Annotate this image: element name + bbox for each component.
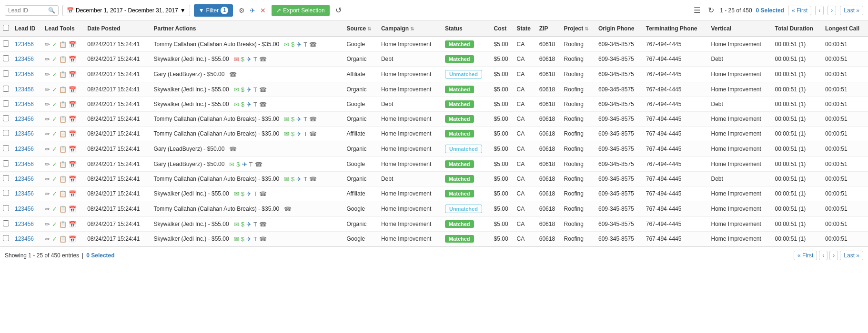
calendar-icon[interactable]: 📅 bbox=[69, 161, 76, 168]
lead-id-cell[interactable]: 123456 bbox=[12, 217, 42, 232]
send-icon[interactable]: ✈ bbox=[246, 190, 252, 197]
lead-id-cell[interactable]: 123456 bbox=[12, 127, 42, 141]
edit-icon[interactable]: ✏ bbox=[45, 235, 50, 243]
search-icon[interactable]: 🔍 bbox=[48, 7, 55, 14]
dollar-icon[interactable]: $ bbox=[241, 235, 244, 243]
row-checkbox[interactable] bbox=[3, 70, 9, 77]
edit-icon[interactable]: ✏ bbox=[45, 221, 50, 228]
phone-icon[interactable]: ☎ bbox=[259, 221, 267, 228]
copy-icon[interactable]: 📋 bbox=[59, 161, 67, 168]
lead-id-cell[interactable]: 123456 bbox=[12, 186, 42, 201]
lead-id-cell[interactable]: 123456 bbox=[12, 172, 42, 186]
lead-id-cell[interactable]: 123456 bbox=[12, 37, 42, 52]
calendar-icon[interactable]: 📅 bbox=[69, 176, 76, 183]
col-campaign[interactable]: Campaign bbox=[378, 21, 442, 37]
pipe-icon[interactable]: T bbox=[303, 116, 307, 123]
prev-page-button[interactable]: ‹ bbox=[815, 6, 824, 15]
last-page-button[interactable]: Last » bbox=[840, 6, 863, 15]
copy-icon[interactable]: 📋 bbox=[59, 41, 67, 48]
close-icon[interactable]: ✕ bbox=[258, 5, 268, 16]
check-icon[interactable]: ✓ bbox=[52, 221, 57, 228]
phone-icon[interactable]: ☎ bbox=[229, 146, 237, 153]
copy-icon[interactable]: 📋 bbox=[59, 206, 67, 213]
dollar-icon[interactable]: $ bbox=[291, 116, 294, 123]
calendar-icon[interactable]: 📅 bbox=[69, 130, 76, 137]
pipe-icon[interactable]: T bbox=[253, 221, 257, 228]
row-checkbox[interactable] bbox=[3, 220, 9, 226]
dollar-icon[interactable]: $ bbox=[236, 161, 240, 168]
dollar-icon[interactable]: $ bbox=[241, 190, 244, 197]
email-icon[interactable]: ✉ bbox=[234, 221, 239, 228]
pipe-icon[interactable]: T bbox=[253, 101, 257, 108]
footer-first-button[interactable]: « First bbox=[794, 251, 817, 260]
check-icon[interactable]: ✓ bbox=[52, 146, 57, 153]
lead-id-cell[interactable]: 123456 bbox=[12, 157, 42, 172]
pipe-icon[interactable]: T bbox=[303, 176, 307, 183]
send-icon[interactable]: ✈ bbox=[242, 161, 247, 168]
calendar-icon[interactable]: 📅 bbox=[69, 190, 76, 197]
edit-icon[interactable]: ✏ bbox=[45, 130, 50, 137]
edit-icon[interactable]: ✏ bbox=[45, 190, 50, 197]
send-icon[interactable]: ✈ bbox=[246, 235, 252, 243]
reset-icon[interactable]: ↺ bbox=[333, 4, 343, 17]
check-icon[interactable]: ✓ bbox=[52, 130, 57, 137]
edit-icon[interactable]: ✏ bbox=[45, 41, 50, 48]
lead-id-cell[interactable]: 123456 bbox=[12, 201, 42, 217]
email-icon[interactable]: ✉ bbox=[234, 101, 239, 108]
calendar-icon[interactable]: 📅 bbox=[69, 116, 76, 123]
calendar-icon[interactable]: 📅 bbox=[69, 56, 76, 63]
dollar-icon[interactable]: $ bbox=[241, 86, 244, 93]
email-icon[interactable]: ✉ bbox=[234, 235, 239, 243]
phone-icon[interactable]: ☎ bbox=[259, 56, 267, 63]
search-input[interactable] bbox=[8, 7, 46, 14]
send-icon[interactable]: ✈ bbox=[296, 41, 302, 48]
row-checkbox[interactable] bbox=[3, 130, 9, 136]
phone-icon[interactable]: ☎ bbox=[259, 235, 267, 243]
edit-icon[interactable]: ✏ bbox=[45, 71, 50, 78]
dollar-icon[interactable]: $ bbox=[241, 221, 244, 228]
lead-id-cell[interactable]: 123456 bbox=[12, 141, 42, 157]
copy-icon[interactable]: 📋 bbox=[59, 56, 67, 63]
copy-icon[interactable]: 📋 bbox=[59, 86, 67, 93]
next-page-button[interactable]: › bbox=[828, 6, 836, 15]
send-icon[interactable]: ✈ bbox=[246, 101, 252, 108]
date-range-button[interactable]: 📅 December 1, 2017 - December 31, 2017 ▼ bbox=[62, 5, 190, 16]
row-checkbox[interactable] bbox=[3, 235, 9, 241]
edit-icon[interactable]: ✏ bbox=[45, 116, 50, 123]
col-lead-id[interactable]: Lead ID bbox=[12, 21, 42, 37]
calendar-icon[interactable]: 📅 bbox=[69, 235, 76, 243]
pipe-icon[interactable]: T bbox=[253, 190, 257, 197]
check-icon[interactable]: ✓ bbox=[52, 101, 57, 108]
edit-icon[interactable]: ✏ bbox=[45, 206, 50, 213]
pipe-icon[interactable]: T bbox=[303, 130, 307, 137]
copy-icon[interactable]: 📋 bbox=[59, 116, 67, 123]
refresh-icon[interactable]: ↻ bbox=[706, 4, 716, 17]
row-checkbox[interactable] bbox=[3, 40, 9, 47]
pipe-icon[interactable]: T bbox=[303, 41, 307, 48]
dollar-icon[interactable]: $ bbox=[241, 56, 244, 63]
row-checkbox[interactable] bbox=[3, 115, 9, 121]
calendar-icon[interactable]: 📅 bbox=[69, 221, 76, 228]
footer-prev-button[interactable]: ‹ bbox=[819, 251, 828, 260]
lead-id-cell[interactable]: 123456 bbox=[12, 82, 42, 97]
filter-button[interactable]: ▼ Filter 1 bbox=[194, 4, 233, 17]
dollar-icon[interactable]: $ bbox=[291, 130, 294, 137]
edit-icon[interactable]: ✏ bbox=[45, 176, 50, 183]
lead-id-cell[interactable]: 123456 bbox=[12, 97, 42, 112]
copy-icon[interactable]: 📋 bbox=[59, 101, 67, 108]
row-checkbox[interactable] bbox=[3, 55, 9, 61]
calendar-icon[interactable]: 📅 bbox=[69, 86, 76, 93]
email-icon[interactable]: ✉ bbox=[234, 56, 239, 63]
footer-next-button[interactable]: › bbox=[829, 251, 838, 260]
send-icon[interactable]: ✈ bbox=[296, 130, 302, 137]
settings-icon[interactable]: ⚙ bbox=[237, 5, 247, 16]
menu-icon[interactable]: ☰ bbox=[692, 4, 702, 17]
phone-icon[interactable]: ☎ bbox=[259, 190, 267, 197]
dollar-icon[interactable]: $ bbox=[241, 101, 244, 108]
calendar-icon[interactable]: 📅 bbox=[69, 71, 76, 78]
select-all-checkbox[interactable] bbox=[3, 25, 9, 31]
send-icon[interactable]: ✈ bbox=[246, 56, 252, 63]
phone-icon[interactable]: ☎ bbox=[309, 41, 317, 48]
copy-icon[interactable]: 📋 bbox=[59, 221, 67, 228]
send-icon[interactable]: ✈ bbox=[246, 86, 252, 93]
